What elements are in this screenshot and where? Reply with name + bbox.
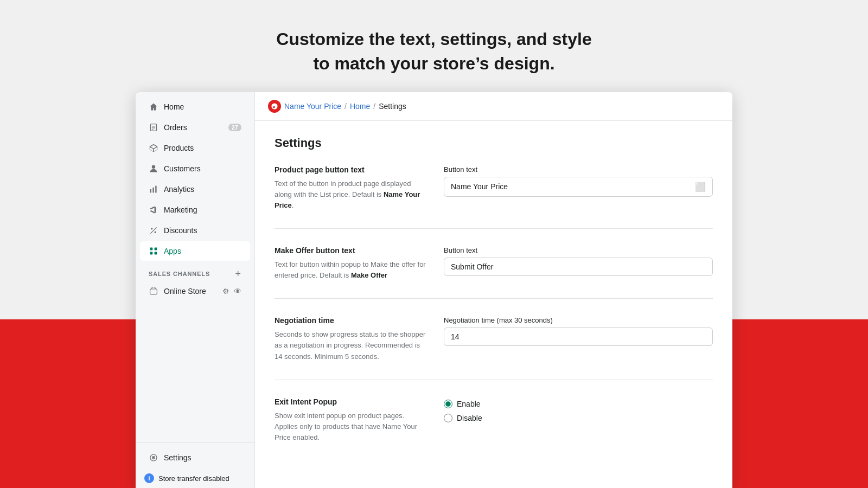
sales-channels-label: SALES CHANNELS + — [136, 261, 254, 281]
settings-icon — [149, 453, 158, 463]
svg-text:●: ● — [273, 104, 276, 109]
svg-rect-11 — [150, 247, 153, 250]
svg-point-16 — [152, 457, 154, 459]
sidebar-bottom: Settings i Store transfer disabled — [136, 442, 254, 488]
section-desc-product-button: Product page button text Text of the but… — [275, 165, 426, 211]
negotiation-time-input-wrapper — [444, 328, 713, 346]
section-desc-exit-intent: Exit Intent Popup Show exit intent popup… — [275, 397, 426, 443]
settings-section-make-offer: Make Offer button text Text for button w… — [275, 246, 713, 299]
customers-icon — [149, 164, 158, 174]
sidebar-item-customers[interactable]: Customers — [140, 159, 250, 178]
sidebar-item-settings[interactable]: Settings — [140, 448, 250, 467]
copy-icon[interactable]: ⬜ — [695, 182, 706, 192]
field-label-make-offer: Button text — [444, 246, 713, 254]
product-button-text-input-wrapper: ⬜ — [444, 177, 713, 197]
breadcrumb: Name Your Price / Home / Settings — [284, 102, 406, 111]
make-offer-text-input-wrapper — [444, 258, 713, 276]
online-store-icon — [149, 286, 158, 296]
analytics-icon — [149, 184, 158, 194]
section-heading-make-offer: Make Offer button text — [275, 246, 426, 255]
sidebar-item-online-store[interactable]: Online Store ⚙ 👁 — [140, 281, 250, 301]
breadcrumb-home[interactable]: Home — [350, 102, 370, 111]
sidebar-item-marketing[interactable]: Marketing — [140, 200, 250, 220]
svg-point-9 — [155, 231, 156, 233]
add-sales-channel-button[interactable]: + — [235, 269, 241, 279]
field-label-negotiation-time: Negotiation time (max 30 seconds) — [444, 316, 713, 324]
section-desc-text-exit-intent: Show exit intent popup on product pages.… — [275, 410, 426, 443]
marketing-icon — [149, 205, 158, 215]
online-store-settings-icon[interactable]: ⚙ — [222, 287, 229, 296]
field-label-product-button: Button text — [444, 165, 713, 174]
discounts-icon — [149, 226, 158, 235]
svg-rect-14 — [155, 252, 157, 254]
sidebar-item-orders[interactable]: Orders 27 — [140, 118, 250, 137]
sidebar-item-apps[interactable]: Apps — [140, 241, 250, 261]
section-desc-text-make-offer: Text for button within popup to Make the… — [275, 259, 426, 281]
breadcrumb-app[interactable]: Name Your Price — [284, 102, 341, 111]
online-store-view-icon[interactable]: 👁 — [234, 287, 241, 296]
app-logo: ● — [268, 100, 281, 113]
hero-title: Customize the text, settings, and style … — [11, 27, 857, 76]
section-field-negotiation-time: Negotiation time (max 30 seconds) — [444, 316, 713, 362]
svg-rect-13 — [150, 252, 153, 254]
svg-rect-12 — [155, 247, 157, 250]
svg-rect-6 — [152, 187, 154, 192]
svg-rect-5 — [150, 189, 151, 192]
store-transfer-bar: i Store transfer disabled — [136, 468, 254, 488]
negotiation-time-input[interactable] — [451, 332, 706, 341]
section-desc-text-product-button: Text of the button in product page displ… — [275, 178, 426, 211]
settings-body: Settings Product page button text Text o… — [255, 121, 732, 488]
sidebar: Home Orders 27 Products Customers — [136, 92, 255, 488]
exit-intent-disable-radio[interactable] — [444, 414, 452, 422]
settings-section-negotiation-time: Negotiation time Seconds to show progres… — [275, 316, 713, 380]
home-icon — [149, 102, 158, 112]
exit-intent-radio-group: Enable Disable — [444, 400, 713, 422]
section-heading-exit-intent: Exit Intent Popup — [275, 397, 426, 406]
sidebar-item-home[interactable]: Home — [140, 97, 250, 117]
orders-icon — [149, 123, 158, 132]
info-icon: i — [144, 473, 154, 483]
section-heading-product-button: Product page button text — [275, 165, 426, 174]
apps-icon — [149, 246, 158, 256]
section-desc-make-offer: Make Offer button text Text for button w… — [275, 246, 426, 281]
exit-intent-enable-label[interactable]: Enable — [444, 400, 713, 408]
make-offer-text-input[interactable] — [451, 262, 706, 271]
svg-rect-15 — [150, 289, 157, 294]
products-icon — [149, 143, 158, 153]
section-desc-negotiation-time: Negotiation time Seconds to show progres… — [275, 316, 426, 362]
app-window: Home Orders 27 Products Customers — [136, 92, 732, 488]
topbar: ● Name Your Price / Home / Settings — [255, 92, 732, 121]
hero-section: Customize the text, settings, and style … — [0, 0, 868, 92]
svg-point-4 — [152, 165, 155, 168]
svg-rect-7 — [155, 185, 156, 192]
svg-point-8 — [151, 228, 152, 229]
exit-intent-enable-radio[interactable] — [444, 400, 452, 408]
settings-section-exit-intent: Exit Intent Popup Show exit intent popup… — [275, 397, 713, 460]
sidebar-item-discounts[interactable]: Discounts — [140, 221, 250, 240]
online-store-actions: ⚙ 👁 — [222, 287, 241, 296]
section-heading-negotiation-time: Negotiation time — [275, 316, 426, 325]
product-button-text-input[interactable] — [451, 182, 695, 191]
sidebar-item-analytics[interactable]: Analytics — [140, 179, 250, 199]
breadcrumb-sep1: / — [344, 102, 347, 111]
breadcrumb-sep2: / — [373, 102, 375, 111]
breadcrumb-current: Settings — [379, 102, 406, 111]
main-content: ● Name Your Price / Home / Settings Sett… — [255, 92, 732, 488]
exit-intent-disable-label[interactable]: Disable — [444, 414, 713, 422]
section-desc-text-negotiation-time: Seconds to show progress status to the s… — [275, 329, 426, 362]
page-title: Settings — [275, 136, 713, 150]
settings-section-product-button: Product page button text Text of the but… — [275, 165, 713, 229]
section-field-make-offer: Button text — [444, 246, 713, 281]
section-field-product-button: Button text ⬜ — [444, 165, 713, 211]
section-field-exit-intent: Enable Disable — [444, 397, 713, 443]
sidebar-item-products[interactable]: Products — [140, 138, 250, 158]
